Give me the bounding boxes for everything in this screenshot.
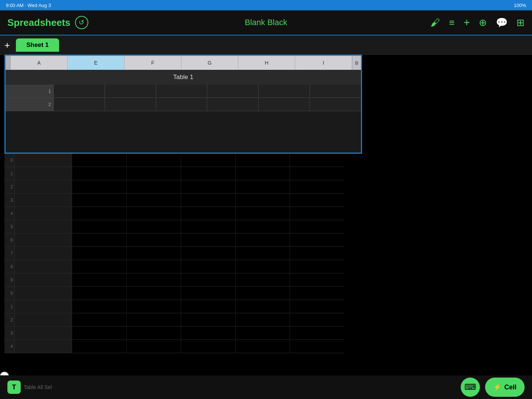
add-icon[interactable]: + bbox=[463, 16, 470, 29]
outer-cell[interactable] bbox=[181, 167, 236, 180]
row-label[interactable] bbox=[15, 287, 72, 300]
outer-cell[interactable] bbox=[181, 260, 236, 273]
row-label[interactable] bbox=[15, 273, 72, 286]
row-label[interactable] bbox=[15, 180, 72, 193]
col-header-e[interactable]: E bbox=[68, 56, 125, 70]
comment-icon[interactable]: 💬 bbox=[496, 17, 508, 28]
outer-cell[interactable] bbox=[127, 247, 181, 260]
outer-cell[interactable] bbox=[127, 260, 181, 273]
row-label[interactable] bbox=[15, 247, 72, 260]
outer-cell[interactable] bbox=[181, 180, 236, 193]
outer-cell[interactable] bbox=[181, 340, 236, 353]
outer-cell[interactable] bbox=[290, 273, 344, 286]
outer-cell[interactable] bbox=[127, 340, 181, 353]
table-row[interactable]: 6 bbox=[4, 233, 344, 247]
row-label[interactable] bbox=[15, 220, 72, 233]
outer-cell[interactable] bbox=[72, 207, 127, 220]
outer-cell[interactable] bbox=[127, 180, 181, 193]
outer-cell[interactable] bbox=[236, 273, 290, 286]
cell-2f[interactable] bbox=[156, 98, 208, 111]
table-row[interactable]: 2 bbox=[4, 180, 344, 194]
brush-icon[interactable]: 🖌 bbox=[430, 17, 440, 28]
outer-cell[interactable] bbox=[181, 220, 236, 233]
outer-cell[interactable] bbox=[236, 207, 290, 220]
table-row[interactable]: 2 bbox=[4, 313, 344, 327]
cell-1f[interactable] bbox=[156, 85, 208, 98]
cell-button[interactable]: ⚡ Cell bbox=[485, 378, 525, 397]
outer-cell[interactable] bbox=[290, 194, 344, 207]
outer-cell[interactable] bbox=[72, 287, 127, 300]
outer-cell[interactable] bbox=[181, 287, 236, 300]
keyboard-button[interactable]: ⌨ bbox=[461, 378, 480, 397]
outer-cell[interactable] bbox=[72, 313, 127, 326]
sheet-tab-1[interactable]: Sheet 1 bbox=[16, 38, 59, 52]
row-label[interactable] bbox=[15, 154, 72, 167]
table-row[interactable]: 1 bbox=[6, 85, 361, 98]
outer-cell[interactable] bbox=[72, 154, 127, 167]
cell-2g[interactable] bbox=[207, 98, 259, 111]
table-row[interactable]: 2 bbox=[6, 98, 361, 111]
outer-cell[interactable] bbox=[181, 313, 236, 326]
outer-cell[interactable] bbox=[236, 194, 290, 207]
outer-cell[interactable] bbox=[127, 300, 181, 313]
more-icon[interactable]: ⊞ bbox=[516, 17, 525, 28]
outer-cell[interactable] bbox=[72, 220, 127, 233]
outer-cell[interactable] bbox=[236, 300, 290, 313]
outer-cell[interactable] bbox=[290, 154, 344, 167]
cell-2a[interactable] bbox=[54, 98, 105, 111]
table-row[interactable]: 9 bbox=[4, 273, 344, 287]
cell-2i[interactable] bbox=[310, 98, 361, 111]
outer-cell[interactable] bbox=[236, 340, 290, 353]
cell-1h[interactable] bbox=[259, 85, 310, 98]
table-row[interactable]: 5 bbox=[4, 220, 344, 233]
outer-cell[interactable] bbox=[72, 273, 127, 286]
share-icon[interactable]: ≡ bbox=[449, 17, 454, 28]
outer-cell[interactable] bbox=[236, 313, 290, 326]
outer-cell[interactable] bbox=[72, 233, 127, 246]
outer-cell[interactable] bbox=[236, 154, 290, 167]
outer-cell[interactable] bbox=[290, 233, 344, 246]
cell-1i[interactable] bbox=[310, 85, 361, 98]
table-row[interactable]: 4 bbox=[4, 207, 344, 220]
outer-cell[interactable] bbox=[127, 207, 181, 220]
outer-cell[interactable] bbox=[181, 154, 236, 167]
outer-cell[interactable] bbox=[127, 167, 181, 180]
outer-cell[interactable] bbox=[72, 300, 127, 313]
cell-2e[interactable] bbox=[105, 98, 156, 111]
col-header-g[interactable]: G bbox=[181, 56, 238, 70]
outer-cell[interactable] bbox=[236, 167, 290, 180]
outer-cell[interactable] bbox=[290, 300, 344, 313]
table-row[interactable]: 4 bbox=[4, 340, 344, 353]
col-header-i[interactable]: I bbox=[295, 56, 352, 70]
outer-cell[interactable] bbox=[127, 194, 181, 207]
row-label[interactable] bbox=[15, 207, 72, 220]
outer-cell[interactable] bbox=[72, 180, 127, 193]
cell-1a[interactable] bbox=[54, 85, 105, 98]
outer-cell[interactable] bbox=[290, 327, 344, 340]
outer-cell[interactable] bbox=[236, 180, 290, 193]
outer-cell[interactable] bbox=[72, 340, 127, 353]
outer-cell[interactable] bbox=[181, 207, 236, 220]
outer-cell[interactable] bbox=[72, 194, 127, 207]
row-label[interactable] bbox=[15, 313, 72, 326]
outer-cell[interactable] bbox=[127, 287, 181, 300]
row-label[interactable] bbox=[15, 300, 72, 313]
outer-cell[interactable] bbox=[127, 327, 181, 340]
outer-cell[interactable] bbox=[290, 340, 344, 353]
undo-icon[interactable]: ↺ bbox=[75, 16, 88, 29]
outer-cell[interactable] bbox=[290, 167, 344, 180]
outer-cell[interactable] bbox=[236, 260, 290, 273]
outer-cell[interactable] bbox=[72, 247, 127, 260]
table-row[interactable]: 7 bbox=[4, 247, 344, 260]
cell-1g[interactable] bbox=[207, 85, 259, 98]
outer-cell[interactable] bbox=[72, 167, 127, 180]
cell-1e[interactable] bbox=[105, 85, 156, 98]
outer-cell[interactable] bbox=[181, 300, 236, 313]
outer-cell[interactable] bbox=[290, 260, 344, 273]
outer-cell[interactable] bbox=[290, 287, 344, 300]
outer-cell[interactable] bbox=[290, 180, 344, 193]
row-label[interactable] bbox=[15, 327, 72, 340]
outer-cell[interactable] bbox=[181, 247, 236, 260]
row-label[interactable] bbox=[15, 194, 72, 207]
outer-cell[interactable] bbox=[127, 220, 181, 233]
